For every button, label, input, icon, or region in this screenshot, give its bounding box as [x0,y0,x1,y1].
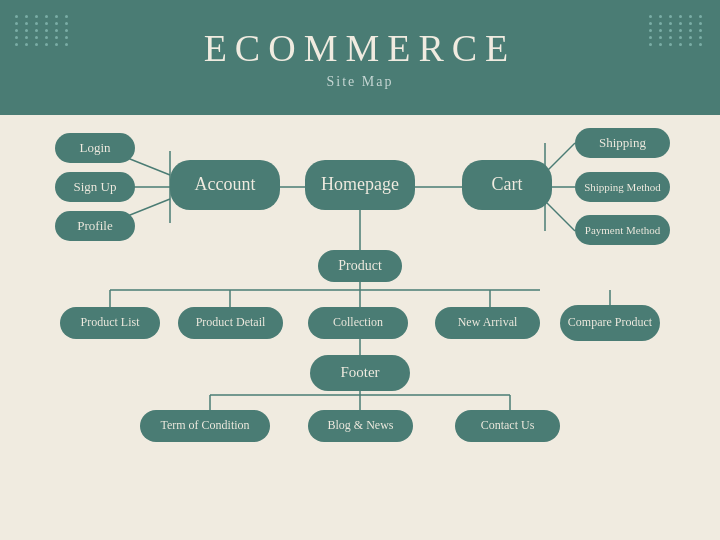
node-product-detail: Product Detail [178,307,283,339]
node-login: Login [55,133,135,163]
node-product-list: Product List [60,307,160,339]
node-signup: Sign Up [55,172,135,202]
node-product: Product [318,250,402,282]
dots-top-right [649,15,705,46]
node-new-arrival: New Arrival [435,307,540,339]
node-term: Term of Condition [140,410,270,442]
svg-line-9 [545,201,575,231]
site-subtitle: Site Map [327,74,394,90]
node-profile: Profile [55,211,135,241]
node-shipping: Shipping [575,128,670,158]
svg-line-7 [545,143,575,173]
node-compare-product: Compare Product [560,305,660,341]
node-collection: Collection [308,307,408,339]
node-shipping-method: Shipping Method [575,172,670,202]
site-title: ECOMMERCE [204,26,517,70]
dots-top-left [15,15,71,46]
node-payment-method: Payment Method [575,215,670,245]
node-cart: Cart [462,160,552,210]
node-footer: Footer [310,355,410,391]
node-contact: Contact Us [455,410,560,442]
header: ECOMMERCE Site Map [0,0,720,115]
sitemap-area: Homepage Account Cart Login Sign Up Prof… [0,115,720,540]
node-homepage: Homepage [305,160,415,210]
node-blog: Blog & News [308,410,413,442]
node-account: Account [170,160,280,210]
